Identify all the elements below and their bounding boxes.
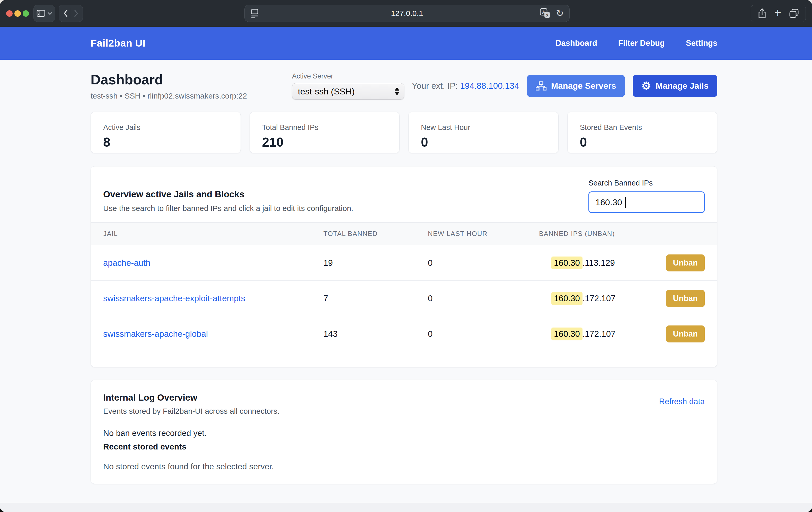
stat-card-new-last-hour: New Last Hour 0 — [408, 112, 558, 153]
jails-table-header: JAIL TOTAL BANNED NEW LAST HOUR BANNED I… — [91, 222, 717, 245]
unban-button[interactable]: Unban — [666, 290, 705, 307]
unban-button[interactable]: Unban — [666, 325, 705, 342]
address-bar-actions: A x̄ ↻ — [540, 5, 564, 22]
new-last-hour-value: 0 — [428, 258, 539, 268]
ip-highlight: 160.30 — [551, 292, 582, 305]
search-banned-ips-input[interactable] — [588, 192, 705, 213]
minimize-window-button[interactable] — [14, 10, 21, 17]
window-controls — [6, 10, 29, 17]
stat-card-active-jails: Active Jails 8 — [91, 112, 241, 153]
jails-table: JAIL TOTAL BANNED NEW LAST HOUR BANNED I… — [91, 222, 717, 352]
stat-cards: Active Jails 8 Total Banned IPs 210 New … — [91, 112, 717, 153]
toolbar-right-group: + — [751, 5, 806, 22]
overview-title: Overview active Jails and Blocks — [103, 189, 353, 199]
manage-servers-label: Manage Servers — [551, 81, 616, 91]
active-server-value: test-ssh (SSH) — [298, 86, 395, 96]
jail-link[interactable]: apache-auth — [103, 258, 150, 267]
recent-stored-events-title: Recent stored events — [103, 442, 705, 452]
stat-label: New Last Hour — [421, 123, 546, 132]
stat-value: 8 — [103, 135, 228, 150]
total-banned-value: 19 — [323, 258, 428, 268]
chevron-down-icon — [48, 12, 52, 15]
sitemap-icon — [536, 81, 547, 91]
address-bar[interactable]: 127.0.0.1 A x̄ ↻ — [244, 5, 570, 22]
overview-card: Overview active Jails and Blocks Use the… — [91, 166, 717, 367]
manage-servers-button[interactable]: Manage Servers — [527, 75, 625, 97]
url-text: 127.0.0.1 — [391, 9, 423, 18]
nav-divider — [71, 8, 71, 19]
external-ip-value[interactable]: 194.88.100.134 — [460, 81, 519, 91]
stat-value: 0 — [421, 135, 546, 150]
banned-ip: 160.30.113.129 — [551, 257, 615, 269]
jail-link[interactable]: swissmakers-apache-exploit-attempts — [103, 293, 245, 303]
table-row: apache-auth 19 0 160.30.113.129 Unban — [91, 245, 717, 281]
col-banned-ips: BANNED IPS (UNBAN) — [539, 230, 717, 238]
ip-highlight: 160.30 — [551, 257, 582, 269]
col-total-banned: TOTAL BANNED — [323, 230, 428, 238]
jail-link[interactable]: swissmakers-apache-global — [103, 329, 208, 339]
external-ip: Your ext. IP: 194.88.100.134 — [412, 81, 519, 91]
sidebar-icon — [36, 10, 45, 17]
manage-jails-label: Manage Jails — [656, 81, 708, 91]
tab-overview-icon[interactable] — [789, 8, 799, 19]
stat-label: Active Jails — [103, 123, 228, 132]
banned-ip: 160.30.172.107 — [551, 292, 615, 305]
stat-label: Stored Ban Events — [580, 123, 705, 132]
stat-card-stored-ban-events: Stored Ban Events 0 — [567, 112, 718, 153]
ip-rest: .113.129 — [582, 258, 615, 268]
nav-links: Dashboard Filter Debug Settings — [555, 38, 717, 48]
share-icon[interactable] — [757, 8, 767, 19]
app-navbar: Fail2ban UI Dashboard Filter Debug Setti… — [0, 27, 812, 60]
table-row: swissmakers-apache-global 143 0 160.30.1… — [91, 316, 717, 352]
active-server-label: Active Server — [292, 72, 404, 80]
svg-text:x̄: x̄ — [546, 13, 548, 17]
no-ban-events-text: No ban events recorded yet. — [103, 428, 705, 438]
total-banned-value: 7 — [323, 293, 428, 303]
unban-button[interactable]: Unban — [666, 254, 705, 272]
nav-link-filter-debug[interactable]: Filter Debug — [618, 38, 665, 48]
table-row: swissmakers-apache-exploit-attempts 7 0 … — [91, 281, 717, 316]
page-title: Dashboard — [91, 72, 247, 87]
reload-icon[interactable]: ↻ — [556, 9, 564, 18]
browser-window: 127.0.0.1 A x̄ ↻ — [0, 0, 812, 512]
gear-icon: ⚙ — [641, 81, 651, 91]
log-subtitle: Events stored by Fail2ban-UI across all … — [103, 407, 705, 416]
browser-chrome: 127.0.0.1 A x̄ ↻ — [0, 0, 812, 27]
forward-button[interactable] — [73, 9, 79, 18]
search-banned-ips-label: Search Banned IPs — [588, 179, 705, 187]
total-banned-value: 143 — [323, 329, 428, 339]
zoom-window-button[interactable] — [23, 10, 29, 17]
internal-log-card: Internal Log Overview Refresh data Event… — [91, 380, 717, 484]
external-ip-label: Your ext. IP: — [412, 81, 458, 91]
nav-link-settings[interactable]: Settings — [686, 38, 717, 48]
new-last-hour-value: 0 — [428, 329, 539, 339]
new-tab-icon[interactable]: + — [775, 7, 781, 19]
desktop-background: 127.0.0.1 A x̄ ↻ — [0, 0, 812, 512]
page-body: Dashboard test-ssh • SSH • rlinfp02.swis… — [0, 60, 812, 512]
ip-rest: .172.107 — [582, 293, 615, 303]
select-stepper-icon — [395, 87, 399, 95]
sidebar-toggle-group[interactable] — [33, 5, 55, 22]
close-window-button[interactable] — [6, 10, 12, 17]
col-new-last-hour: NEW LAST HOUR — [428, 230, 539, 238]
col-jail: JAIL — [91, 230, 323, 238]
page-subtitle: test-ssh • SSH • rlinfp02.swissmakers.co… — [91, 92, 247, 100]
translate-icon[interactable]: A x̄ — [540, 8, 551, 19]
stat-label: Total Banned IPs — [262, 123, 387, 132]
nav-link-dashboard[interactable]: Dashboard — [555, 38, 597, 48]
no-stored-events-text: No stored events found for the selected … — [103, 462, 705, 471]
stat-card-total-banned: Total Banned IPs 210 — [250, 112, 400, 153]
back-button[interactable] — [62, 9, 69, 18]
new-last-hour-value: 0 — [428, 293, 539, 303]
page-format-icon[interactable] — [251, 9, 259, 19]
dashboard-header: Dashboard test-ssh • SSH • rlinfp02.swis… — [91, 72, 717, 100]
stat-value: 210 — [262, 135, 387, 150]
log-title: Internal Log Overview — [103, 392, 705, 403]
app-brand[interactable]: Fail2ban UI — [91, 37, 146, 49]
refresh-data-link[interactable]: Refresh data — [659, 397, 705, 406]
stat-value: 0 — [580, 135, 705, 150]
banned-ip: 160.30.172.107 — [551, 328, 615, 340]
active-server-select[interactable]: test-ssh (SSH) — [292, 83, 404, 99]
text-caret — [625, 197, 626, 208]
manage-jails-button[interactable]: ⚙ Manage Jails — [633, 75, 717, 97]
